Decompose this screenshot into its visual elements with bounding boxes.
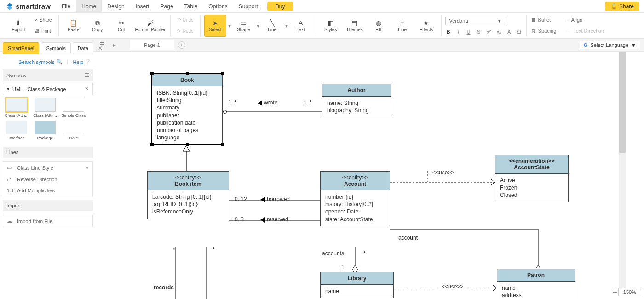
strike-button[interactable]: S: [476, 29, 482, 35]
styles-icon: ◧: [327, 19, 335, 27]
rel-wrote: wrote: [258, 99, 277, 106]
thumb-class-attr-1[interactable]: Class (Attri...: [32, 98, 58, 118]
shape-tool-button[interactable]: ▭Shape: [233, 15, 255, 37]
class-line-style[interactable]: ▭Class Line Style▾: [3, 162, 92, 173]
mult-author-wrote: 1..*: [304, 99, 312, 106]
search-symbols-link[interactable]: Search symbols 🔍: [18, 59, 62, 65]
uml-book-item[interactable]: <<entity>>Book item barcode: String [0..…: [147, 171, 229, 219]
menu-table[interactable]: Table: [179, 0, 203, 13]
effects-button[interactable]: ★Effects: [415, 15, 437, 37]
insert-symbol-button[interactable]: Ω: [516, 29, 523, 35]
thumb-class-attr-0[interactable]: Class (Attri...: [4, 98, 29, 118]
tab-data[interactable]: Data: [73, 42, 93, 54]
export-button[interactable]: ⬇Export: [7, 15, 29, 37]
role-account: account: [398, 235, 418, 241]
canvas[interactable]: Book ISBN: String[0..1]{id}title:Strings…: [97, 52, 644, 299]
add-page-button[interactable]: +: [178, 41, 185, 49]
thumb-note[interactable]: Note: [61, 121, 86, 140]
line-icon: ╲: [268, 19, 276, 27]
thumb-simple-class[interactable]: Simple Class: [61, 98, 86, 118]
spacing-button[interactable]: ⇅Spacing: [531, 26, 557, 36]
thumb-package[interactable]: Package: [32, 121, 58, 140]
arrow-left-icon: [258, 100, 262, 106]
share-ribbon-button[interactable]: ↗Share: [31, 15, 55, 25]
panel-cursor-icon[interactable]: ▸: [113, 42, 116, 48]
line-style-button[interactable]: ≡Line: [391, 15, 414, 37]
text-tool-button[interactable]: AText: [290, 15, 312, 37]
menu-options[interactable]: Options: [203, 0, 233, 13]
resize-handle-nw[interactable]: [150, 72, 154, 75]
line-tool-button[interactable]: ╲Line: [261, 15, 283, 37]
underline-button[interactable]: U: [466, 29, 472, 35]
scroll-thumb[interactable]: [619, 52, 626, 153]
search-icon: 🔍: [56, 59, 63, 65]
copy-button[interactable]: ⧉Copy: [86, 15, 109, 37]
resize-handle-s[interactable]: [186, 143, 189, 146]
redo-button[interactable]: ↷Redo: [174, 26, 196, 36]
menu-support[interactable]: Support: [233, 0, 264, 13]
menu-page[interactable]: Page: [155, 0, 179, 13]
menu-file[interactable]: File: [56, 0, 76, 13]
logo[interactable]: smartdraw: [0, 2, 56, 11]
tab-symbols[interactable]: Symbols: [41, 42, 70, 54]
accountstate-body: ActiveFrozenClosed: [495, 174, 568, 202]
connector-point[interactable]: [223, 110, 227, 114]
align-button[interactable]: ≡Align: [565, 15, 604, 25]
symbol-category[interactable]: ▾UML - Class & Package✕: [3, 83, 93, 95]
line-dropdown[interactable]: ▾: [285, 23, 288, 29]
shape-dropdown[interactable]: ▾: [257, 23, 259, 29]
cut-button[interactable]: ✂Cut: [110, 15, 132, 37]
undo-button[interactable]: ↶Undo: [174, 15, 196, 25]
canvas-resize-handle[interactable]: [613, 288, 617, 293]
bold-button[interactable]: B: [445, 29, 452, 35]
help-link[interactable]: Help ❔: [73, 59, 91, 65]
italic-button[interactable]: I: [455, 29, 462, 35]
thumb-interface[interactable]: Interface: [4, 121, 29, 140]
uml-account[interactable]: <<entity>>Account number {id}history: Hi…: [320, 171, 390, 226]
fill-button[interactable]: ◍Fill: [368, 15, 390, 37]
uml-library[interactable]: Library name: [320, 272, 394, 298]
import-from-file[interactable]: ☁Import from File: [3, 215, 92, 227]
select-dropdown[interactable]: ▾: [228, 23, 231, 29]
uml-account-state[interactable]: <<enumeration>>AccountState ActiveFrozen…: [495, 155, 569, 202]
menu-design[interactable]: Design: [102, 0, 130, 13]
uml-author[interactable]: Author name: Stringbiography: String: [322, 84, 391, 117]
sub-button[interactable]: x₂: [496, 29, 502, 35]
buy-button[interactable]: Buy: [267, 2, 293, 11]
cloud-icon: ☁: [7, 218, 13, 224]
font-select[interactable]: Verdana▾: [445, 17, 505, 25]
text-direction-button[interactable]: ↔Text Direction: [565, 26, 604, 36]
menu-items: File Home Design Insert Page Table Optio…: [56, 0, 264, 13]
paste-button[interactable]: 📋Paste: [63, 15, 85, 37]
zoom-indicator[interactable]: 150%: [618, 288, 641, 296]
mult-accounts-star: *: [363, 250, 366, 257]
resize-handle-se[interactable]: [221, 143, 224, 146]
uml-book[interactable]: Book ISBN: String[0..1]{id}title:Strings…: [152, 74, 223, 144]
language-select[interactable]: G Select Language ▼: [580, 41, 640, 49]
arrow-left-icon: [260, 217, 265, 223]
print-button[interactable]: 🖶Print: [31, 26, 55, 36]
select-tool-button[interactable]: ➤Select: [204, 15, 226, 37]
menu-home[interactable]: Home: [76, 0, 102, 13]
resize-handle-ne[interactable]: [221, 72, 224, 75]
resize-handle-n[interactable]: [186, 72, 189, 75]
add-multiplicities[interactable]: 1.1Add Multiplicities: [3, 185, 92, 196]
patron-title: Patron: [502, 272, 570, 278]
vertical-scrollbar[interactable]: [619, 52, 626, 291]
reverse-direction[interactable]: ⇄Reverse Direction: [3, 173, 92, 185]
resize-handle-sw[interactable]: [150, 143, 154, 146]
styles-button[interactable]: ◧Styles: [320, 15, 342, 37]
tab-smartpanel[interactable]: SmartPanel: [3, 42, 39, 54]
font-color-button[interactable]: A: [506, 29, 512, 35]
close-category-icon[interactable]: ✕: [85, 86, 89, 92]
share-button[interactable]: 🔓 Share: [605, 2, 639, 11]
themes-button[interactable]: ▦Themes: [344, 15, 366, 37]
page-tab-1[interactable]: Page 1: [130, 40, 174, 50]
format-painter-button[interactable]: 🖌Format Painter: [134, 15, 167, 37]
lines-section: ▭Class Line Style▾ ⇄Reverse Direction 1.…: [3, 161, 93, 196]
bullet-button[interactable]: ≣Bullet: [531, 15, 557, 25]
uml-patron[interactable]: Patron nameaddress: [497, 269, 575, 299]
sup-button[interactable]: x²: [486, 29, 492, 35]
menu-icon[interactable]: ☰: [85, 72, 89, 78]
menu-insert[interactable]: Insert: [130, 0, 155, 13]
